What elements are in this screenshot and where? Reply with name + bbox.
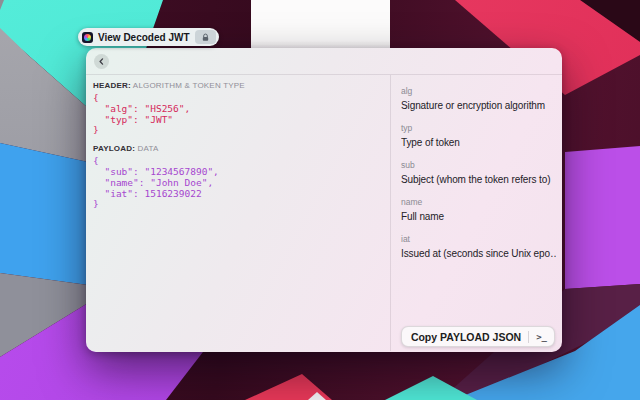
copy-payload-json-button[interactable]: Copy PAYLOAD JSON >_ [401,326,555,347]
definition-key: sub [401,160,556,170]
accessory-label: View Decoded JWT [98,32,190,43]
claim-definitions-panel: alg Signature or encryption algorithm ty… [391,75,562,351]
definition-key: name [401,197,556,207]
lock-icon[interactable] [195,30,216,44]
definition-desc: Signature or encryption algorithm [401,99,556,112]
jwt-accessory-pill[interactable]: View Decoded JWT [78,28,219,46]
code-line: } [93,125,380,136]
definition-key: iat [401,234,556,244]
payload-label: PAYLOAD: [93,144,135,153]
copy-button-label: Copy PAYLOAD JSON [411,331,521,343]
payload-section-label: PAYLOAD: DATA [93,144,380,153]
window-toolbar [86,48,562,75]
definition-key: typ [401,123,556,133]
definition-key: alg [401,86,556,96]
header-sublabel: ALGORITHM & TOKEN TYPE [133,81,245,90]
back-button[interactable] [94,54,109,69]
raycast-logo-icon [82,32,93,43]
code-line: "typ": "JWT" [93,115,380,126]
desktop: View Decoded JWT HEADER: ALGORITHM & TOK… [0,0,640,400]
definition-name: name Full name [401,197,556,223]
definition-typ: typ Type of token [401,123,556,149]
header-section-label: HEADER: ALGORITHM & TOKEN TYPE [93,81,380,90]
code-line: } [93,199,380,210]
definition-iat: iat Issued at (seconds since Unix epo… [401,234,556,260]
header-json: { "alg": "HS256", "typ": "JWT" } [93,93,380,136]
terminal-prompt-icon: >_ [536,332,547,342]
decoded-token-panel: HEADER: ALGORITHM & TOKEN TYPE { "alg": … [86,75,391,351]
decoded-jwt-window: HEADER: ALGORITHM & TOKEN TYPE { "alg": … [86,48,562,352]
chevron-left-icon [98,58,105,65]
code-line: "iat": 1516239022 [93,189,380,200]
window-content: HEADER: ALGORITHM & TOKEN TYPE { "alg": … [86,75,562,351]
definition-desc: Subject (whom the token refers to) [401,173,556,186]
definition-desc: Issued at (seconds since Unix epo… [401,247,556,260]
definition-alg: alg Signature or encryption algorithm [401,86,556,112]
button-divider [528,331,529,343]
definition-desc: Full name [401,210,556,223]
payload-json: { "sub": "1234567890", "name": "John Doe… [93,156,380,210]
definition-desc: Type of token [401,136,556,149]
header-label: HEADER: [93,81,131,90]
payload-sublabel: DATA [138,144,159,153]
definition-sub: sub Subject (whom the token refers to) [401,160,556,186]
code-line: "alg": "HS256", [93,104,380,115]
code-line: "name": "John Doe", [93,178,380,189]
